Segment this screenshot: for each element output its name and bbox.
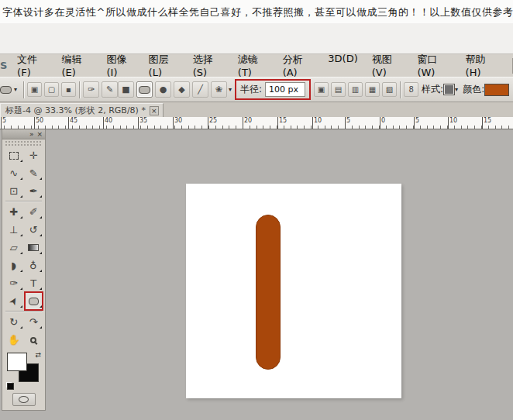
separator [79, 81, 80, 98]
style-swatch[interactable] [443, 84, 455, 95]
custom-shape-tool-button[interactable]: ❀ [211, 81, 227, 98]
foreground-color-swatch[interactable] [7, 353, 27, 371]
note-banner: 字体设计多在灵活性^所以做成什么样全凭自己喜好，不推荐照搬，甚至可以做成三角的！… [0, 0, 513, 23]
path-operation-buttons: ▣▤▥▦▧ [314, 82, 397, 97]
paths-button[interactable]: ▢ [44, 82, 59, 97]
zoom-tool[interactable] [24, 331, 44, 349]
collapse-panel-icon[interactable]: » [29, 130, 34, 138]
gradient-tool[interactable] [24, 239, 44, 256]
document-title: 标题-4 @ 33.3% (形状 2, RGB/8) * [5, 105, 146, 116]
polygon-tool-button[interactable]: ◆ [174, 81, 190, 98]
tool-grid: ✛∿✎⊡✒✚✐⊥↺▱◗♀✑T➤↻↷✋ [2, 146, 45, 349]
exclude-shape-button[interactable]: ▧ [382, 82, 397, 97]
document-canvas[interactable] [186, 184, 401, 398]
radius-input[interactable] [265, 82, 305, 97]
pen-tool-icon: ✑ [9, 278, 18, 288]
eyedropper-tool-icon: ✒ [29, 186, 38, 196]
swap-colors-icon[interactable]: ⇄ [35, 351, 41, 359]
brush-tool-icon: ✐ [29, 207, 38, 217]
rectangular-marquee-tool[interactable] [4, 146, 24, 164]
rectangular-marquee-tool-icon [9, 152, 19, 160]
rounded-rectangle-tool-button[interactable] [136, 81, 153, 98]
tab-close-icon[interactable]: × [150, 106, 159, 115]
move-tool-icon: ✛ [29, 150, 38, 160]
dodge-tool[interactable]: ♀ [24, 256, 44, 274]
ruler-label: 15 [484, 117, 491, 124]
blur-tool[interactable]: ◗ [4, 256, 24, 274]
color-label: 颜色: [463, 83, 484, 96]
ruler-label: 50 [36, 117, 43, 124]
app-logo-partial: S [0, 60, 10, 71]
style-label: 样式: [422, 83, 443, 96]
ruler-label: 10 [314, 117, 322, 124]
crop-tool[interactable]: ⊡ [4, 182, 24, 200]
3d-orbit-tool-icon: ↷ [29, 317, 38, 327]
subtract-from-shape-button[interactable]: ▥ [348, 82, 363, 97]
tools-panel: » × ✛∿✎⊡✒✚✐⊥↺▱◗♀✑T➤↻↷✋ ⇄ [2, 129, 46, 411]
path-selection-tool-icon: ➤ [7, 295, 20, 308]
ruler-label: 20 [244, 117, 252, 124]
move-tool[interactable]: ✛ [24, 146, 44, 164]
ruler-label: 25 [209, 117, 217, 124]
radius-label: 半径: [240, 83, 262, 96]
lasso-tool[interactable]: ∿ [4, 164, 24, 182]
type-tool-icon: T [30, 278, 36, 288]
brush-tool[interactable]: ✐ [24, 203, 44, 221]
panel-grip[interactable] [5, 140, 43, 146]
hand-tool[interactable]: ✋ [4, 331, 24, 349]
ruler-label: 40 [105, 117, 112, 124]
clone-stamp-tool[interactable]: ⊥ [4, 221, 24, 239]
type-tool[interactable]: T [24, 274, 44, 292]
eraser-tool[interactable]: ▱ [4, 239, 24, 256]
color-swatch[interactable] [484, 84, 509, 96]
pen-tool-button[interactable]: ✑ [83, 81, 99, 98]
create-shape-layer-button[interactable]: ▣ [314, 82, 329, 97]
pen-tool[interactable]: ✑ [4, 274, 24, 292]
3d-rotate-tool-icon: ↻ [9, 317, 18, 327]
tool-group-separator [5, 311, 42, 312]
gradient-tool-icon [28, 244, 39, 251]
separator [23, 81, 24, 98]
ruler-label: 30 [174, 117, 182, 124]
photoshop-window: 字体设计多在灵活性^所以做成什么样全凭自己喜好，不推荐照搬，甚至可以做成三角的！… [0, 0, 513, 420]
ellipse-tool-button[interactable]: ● [155, 81, 171, 98]
default-colors-icon[interactable] [7, 383, 14, 390]
document-tab[interactable]: 标题-4 @ 33.3% (形状 2, RGB/8) * × [0, 103, 164, 117]
3d-orbit-tool[interactable]: ↷ [24, 313, 44, 331]
rectangle-tool-button[interactable]: ■ [118, 81, 134, 98]
quick-mask-row [2, 390, 45, 410]
shape-list-dropdown-icon[interactable]: ▾ [229, 86, 232, 93]
add-to-shape-button[interactable]: ▤ [331, 82, 346, 97]
healing-brush-tool[interactable]: ✚ [4, 203, 24, 221]
eyedropper-tool[interactable]: ✒ [24, 182, 44, 200]
line-tool-button[interactable]: ╱ [192, 81, 208, 98]
workspace: » × ✛∿✎⊡✒✚✐⊥↺▱◗♀✑T➤↻↷✋ ⇄ [0, 129, 513, 420]
quick-selection-tool-icon: ✎ [29, 168, 38, 178]
history-brush-tool[interactable]: ↺ [24, 221, 44, 239]
path-selection-tool[interactable]: ➤ [4, 292, 24, 310]
tool-preset-picker[interactable]: ▾ [0, 86, 20, 94]
freeform-pen-tool-button[interactable]: ✎ [102, 81, 118, 98]
fill-pixels-button[interactable]: ▪ [61, 82, 76, 97]
tool-group-separator [5, 201, 42, 202]
ruler-label: 5 [346, 117, 350, 124]
separator [400, 81, 401, 98]
ruler-label: 35 [139, 117, 147, 124]
link-style-button[interactable]: 8 [404, 82, 418, 97]
quick-mask-button[interactable] [12, 393, 36, 406]
lasso-tool-icon: ∿ [9, 168, 18, 178]
close-panel-icon[interactable]: × [36, 130, 43, 138]
intersect-shape-button[interactable]: ▦ [365, 82, 380, 97]
3d-rotate-tool[interactable]: ↻ [4, 313, 24, 331]
rounded-rectangle-tool-icon [29, 298, 39, 305]
rounded-rectangle-tool[interactable] [24, 292, 44, 310]
crop-tool-icon: ⊡ [9, 186, 18, 196]
quick-selection-tool[interactable]: ✎ [24, 164, 44, 182]
shape-layers-button[interactable]: ▣ [27, 82, 42, 97]
tool-options-bar: ▾ ▣▢▪ ✑✎ ■●◆╱❀ ▾ 半径: ▣▤▥▦▧ 8 样式: ▾ 颜色: [0, 77, 513, 102]
style-dropdown-icon[interactable]: ▾ [455, 86, 458, 93]
history-brush-tool-icon: ↺ [29, 225, 38, 235]
radius-highlight-box: 半径: [235, 79, 311, 100]
healing-brush-tool-icon: ✚ [9, 207, 18, 217]
rounded-rectangle-shape[interactable] [256, 215, 281, 370]
